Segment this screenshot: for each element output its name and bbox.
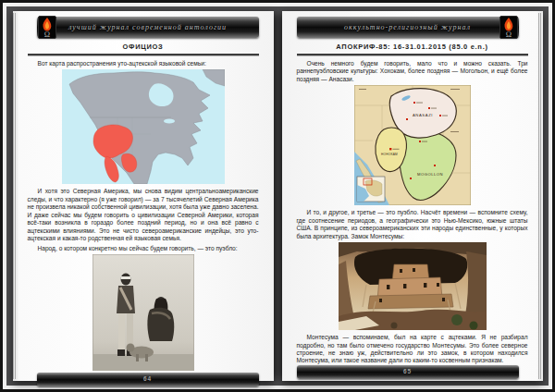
map-label-mogollon: MOGOLLON <box>416 172 442 177</box>
map-inset <box>357 177 385 202</box>
right-band-slogan: оккультно-религиозный журнал <box>344 24 471 31</box>
svg-text:Ω: Ω <box>43 30 49 38</box>
right-issue-header: АПОКРИФ-85: 16-31.01.2015 (85.0 e.n.) <box>297 42 528 53</box>
page-right: Ω оккультно-религиозный журнал АПОКРИФ-8… <box>282 11 543 381</box>
oasisamerica-cultures-map-figure: ANASAZI HOHOKAM MOGOLLON <box>297 85 528 205</box>
flame-icon: Ω <box>500 17 517 38</box>
right-paragraph-montezuma: Монтесума — вспоминаем, был на карте с а… <box>297 334 528 365</box>
left-title-rule <box>28 54 259 56</box>
right-header-band: Ω оккультно-религиозный журнал <box>297 17 519 38</box>
page-stack-edge-right <box>538 13 543 379</box>
map-label-anasazi: ANASAZI <box>412 113 432 117</box>
right-page-number: 65 <box>403 369 412 375</box>
left-header-band: Ω лучший журнал современной антологии <box>37 17 259 38</box>
oasisamerica-map: ANASAZI HOHOKAM MOGOLLON <box>354 85 471 205</box>
left-paragraph-main: И хотя это Северная Америка, мы снова ви… <box>28 188 259 242</box>
native-americans-photo <box>28 254 259 371</box>
flame-icon: Ω <box>39 17 56 38</box>
left-band-slogan: лучший журнал современной антологии <box>68 24 227 31</box>
left-paragraph-pueblo: Народ, о котором конкретно мы сейчас буд… <box>28 245 259 252</box>
left-page-number: 64 <box>143 376 152 383</box>
book-background: Ω лучший журнал современной антологии ОФ… <box>6 6 549 386</box>
left-section-title: ОФИЦИОЗ <box>28 42 259 53</box>
right-paragraph-cultures: Очень немного будем говорить, мало что и… <box>297 60 528 83</box>
left-paragraph-intro: Вот карта распространения уто-ацтекской … <box>28 60 259 67</box>
apokrif-flame-logo: Ω <box>38 16 56 39</box>
uto-aztecan-map-figure <box>28 69 259 184</box>
map-label-hohokam: HOHOKAM <box>381 153 398 156</box>
right-paragraph-pueblo: И то, и другое, и третье — это пуэбло. Н… <box>297 209 528 240</box>
left-footer-band: 64 <box>37 373 259 386</box>
apokrif-flame-logo: Ω <box>500 16 518 39</box>
cliff-dwelling-photo <box>339 242 487 330</box>
right-title-rule <box>297 54 528 56</box>
right-footer-band: 65 <box>297 365 519 379</box>
page-left: Ω лучший журнал современной антологии ОФ… <box>13 11 274 381</box>
page-stack-edge-left <box>13 13 18 379</box>
viewer-frame: Ω лучший журнал современной антологии ОФ… <box>0 0 555 392</box>
north-america-map <box>62 69 225 184</box>
montezuma-castle-photo <box>297 242 528 330</box>
bw-photo <box>92 254 194 371</box>
svg-text:Ω: Ω <box>505 30 511 38</box>
